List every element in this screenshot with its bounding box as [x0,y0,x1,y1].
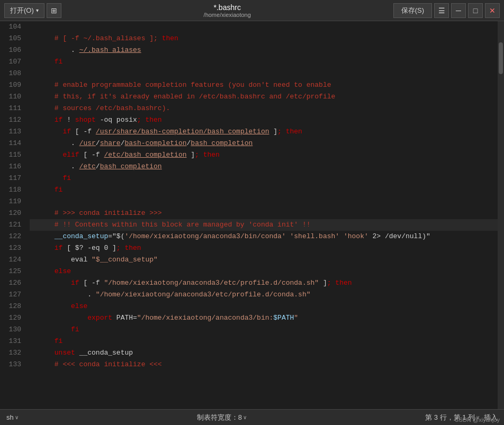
titlebar-right: 保存(S) ☰ ─ □ ✕ [393,3,500,18]
code-line: # >>> conda initialize >>> [30,196,498,207]
open-button[interactable]: 打开(O) ▾ [4,3,44,18]
minimize-button[interactable]: ─ [451,3,466,18]
line-numbers: 104 105 106 107 108 109 110 111 112 113 … [0,21,25,409]
lang-label: sh [6,413,14,421]
lang-selector[interactable]: sh ∨ [6,413,19,421]
open-arrow: ▾ [36,7,39,13]
menu-button[interactable]: ☰ [434,3,449,18]
statusbar-left: sh ∨ [6,413,19,421]
code-line: fi [30,173,498,184]
code-line: # [ -f ~/.bash_aliases ]; then [30,21,498,33]
code-line [30,184,498,196]
titlebar-left: 打开(O) ▾ ⊞ [4,3,61,18]
scrollbar-thumb[interactable] [499,42,503,74]
filepath: /home/xiexiaotong [61,12,393,18]
code-line: if [ -f "/home/xiexiaotong/anaconda3/etc… [30,266,498,277]
code-area[interactable]: # [ -f ~/.bash_aliases ]; then . ~/.bash… [25,21,498,409]
bookmark-button[interactable]: ⊞ [47,3,61,18]
scrollbar[interactable] [498,21,504,409]
code-line: # enable programmable completion feature… [30,68,498,79]
code-line: unset __conda_setup [30,336,498,347]
tab-arrow: ∨ [243,414,247,420]
statusbar: sh ∨ 制表符宽度：8 ∨ 第 3 行，第 1 列 ∨ 插入 [0,409,504,425]
filename: *.bashrc [61,3,393,12]
restore-button[interactable]: □ [468,3,483,18]
tab-selector[interactable]: 制表符宽度：8 ∨ [197,413,247,422]
titlebar-center: *.bashrc /home/xiexiaotong [61,3,393,18]
close-button[interactable]: ✕ [485,3,500,18]
open-label: 打开(O) [10,6,34,15]
statusbar-center: 制表符宽度：8 ∨ [197,413,247,422]
titlebar: 打开(O) ▾ ⊞ *.bashrc /home/xiexiaotong 保存(… [0,0,504,21]
tab-label: 制表符宽度：8 [197,413,242,422]
save-button[interactable]: 保存(S) [393,3,432,18]
editor: 104 105 106 107 108 109 110 111 112 113 … [0,21,504,409]
code-line: export PATH="/home/xiexiaotong/anaconda3… [30,301,498,312]
watermark: CSDN @xiyanjoy [455,417,500,423]
code-line [30,56,498,68]
lang-arrow: ∨ [15,414,19,420]
code-line: fi [30,324,498,336]
